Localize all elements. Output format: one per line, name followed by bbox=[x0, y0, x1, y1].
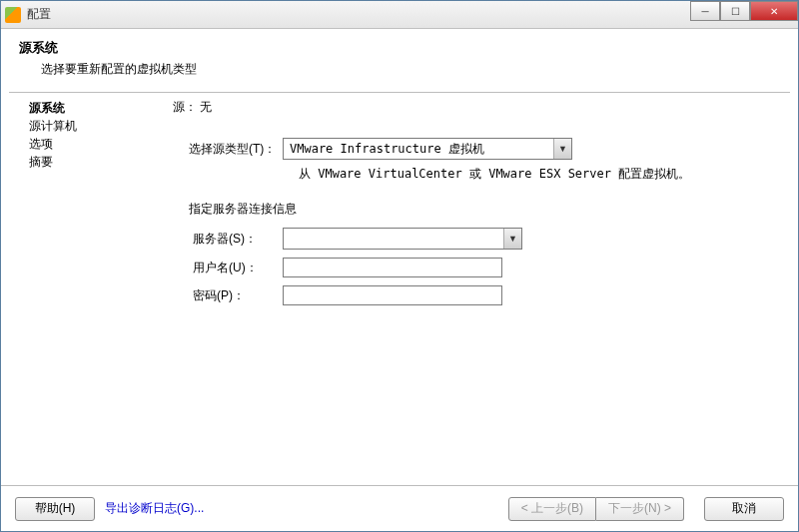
username-row: 用户名(U)： bbox=[193, 258, 780, 277]
chevron-down-icon: ▼ bbox=[503, 229, 521, 249]
back-button[interactable]: < 上一步(B) bbox=[508, 497, 596, 521]
window-controls: ─ ☐ ✕ bbox=[690, 1, 798, 21]
step-source-system[interactable]: 源系统 bbox=[29, 99, 173, 117]
page-title: 源系统 bbox=[19, 39, 780, 57]
password-label: 密码(P)： bbox=[193, 287, 283, 304]
app-icon bbox=[5, 7, 21, 23]
step-options[interactable]: 选项 bbox=[29, 135, 173, 153]
password-row: 密码(P)： bbox=[193, 285, 780, 305]
titlebar[interactable]: 配置 ─ ☐ ✕ bbox=[1, 1, 798, 29]
server-label: 服务器(S)： bbox=[193, 231, 283, 248]
server-group-label: 指定服务器连接信息 bbox=[189, 201, 780, 218]
source-type-value: VMware Infrastructure 虚拟机 bbox=[284, 141, 553, 158]
source-label: 源： bbox=[173, 100, 197, 114]
page-subtitle: 选择要重新配置的虚拟机类型 bbox=[41, 61, 780, 78]
window-title: 配置 bbox=[27, 6, 51, 23]
chevron-down-icon: ▼ bbox=[553, 139, 571, 159]
wizard-header: 源系统 选择要重新配置的虚拟机类型 bbox=[1, 29, 798, 92]
wizard-main-panel: 源： 无 选择源类型(T)： VMware Infrastructure 虚拟机… bbox=[173, 93, 798, 490]
source-type-label: 选择源类型(T)： bbox=[173, 141, 283, 158]
config-wizard-window: 配置 ─ ☐ ✕ 源系统 选择要重新配置的虚拟机类型 源系统 源计算机 选项 摘… bbox=[0, 0, 799, 532]
server-dropdown[interactable]: ▼ bbox=[283, 228, 522, 250]
source-type-row: 选择源类型(T)： VMware Infrastructure 虚拟机 ▼ bbox=[173, 138, 780, 160]
nav-button-group: < 上一步(B) 下一步(N) > bbox=[508, 497, 684, 521]
source-value: 无 bbox=[200, 100, 212, 114]
step-summary[interactable]: 摘要 bbox=[29, 153, 173, 171]
server-row: 服务器(S)： ▼ bbox=[193, 228, 780, 250]
close-button[interactable]: ✕ bbox=[750, 1, 798, 21]
step-source-computer[interactable]: 源计算机 bbox=[29, 117, 173, 135]
username-label: 用户名(U)： bbox=[193, 260, 283, 276]
export-log-link[interactable]: 导出诊断日志(G)... bbox=[105, 500, 204, 517]
cancel-button[interactable]: 取消 bbox=[704, 497, 784, 521]
wizard-steps-sidebar: 源系统 源计算机 选项 摘要 bbox=[1, 93, 173, 490]
source-type-hint: 从 VMware VirtualCenter 或 VMware ESX Serv… bbox=[299, 166, 780, 183]
wizard-body: 源系统 源计算机 选项 摘要 源： 无 选择源类型(T)： VMware Inf… bbox=[1, 93, 798, 490]
next-button[interactable]: 下一步(N) > bbox=[596, 497, 684, 521]
wizard-footer: 帮助(H) 导出诊断日志(G)... < 上一步(B) 下一步(N) > 取消 bbox=[1, 485, 798, 531]
source-status: 源： 无 bbox=[173, 99, 780, 116]
password-input[interactable] bbox=[283, 285, 502, 305]
help-button[interactable]: 帮助(H) bbox=[15, 497, 95, 521]
minimize-button[interactable]: ─ bbox=[690, 1, 720, 21]
maximize-button[interactable]: ☐ bbox=[720, 1, 750, 21]
source-type-dropdown[interactable]: VMware Infrastructure 虚拟机 ▼ bbox=[283, 138, 572, 160]
username-input[interactable] bbox=[283, 258, 502, 277]
